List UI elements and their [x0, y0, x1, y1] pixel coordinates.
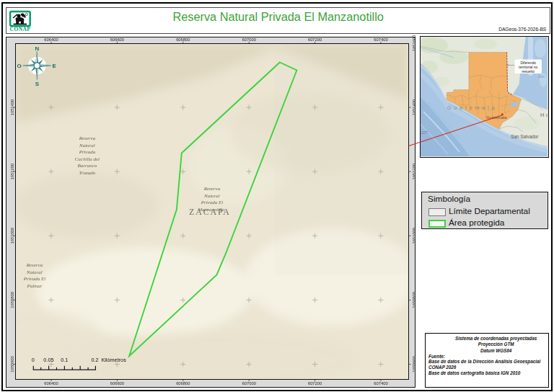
svg-text:Reserva: Reserva	[25, 262, 43, 268]
svg-text:Ho: Ho	[540, 112, 548, 119]
svg-text:0: 0	[31, 357, 34, 363]
svg-text:Reserva: Reserva	[78, 135, 95, 141]
svg-text:Privada El: Privada El	[200, 200, 223, 205]
svg-text:Natural: Natural	[26, 269, 43, 275]
svg-text:22T: 22T	[421, 130, 428, 135]
svg-text:Trozado: Trozado	[79, 169, 95, 175]
svg-text:Palmar: Palmar	[26, 282, 42, 288]
svg-text:Natural: Natural	[203, 192, 220, 198]
svg-text:Reserva: Reserva	[203, 186, 220, 192]
svg-text:Cuchilla del: Cuchilla del	[74, 156, 99, 161]
svg-text:resuelto: resuelto	[522, 70, 535, 74]
svg-text:S: S	[35, 81, 39, 87]
svg-text:0.2: 0.2	[91, 357, 98, 363]
svg-text:N: N	[35, 45, 39, 51]
svg-text:CONAP: CONAP	[9, 26, 30, 32]
svg-text:Barranco: Barranco	[77, 163, 97, 169]
svg-text:Privada: Privada	[78, 149, 95, 155]
svg-text:Kilómetros: Kilómetros	[101, 357, 126, 363]
svg-text:Guatemala: Guatemala	[486, 115, 507, 120]
svg-text:Natural: Natural	[79, 142, 95, 148]
svg-text:San Salvador: San Salvador	[511, 134, 539, 139]
svg-text:Hon: Hon	[538, 75, 545, 79]
svg-text:O: O	[17, 62, 21, 68]
svg-text:E: E	[52, 62, 56, 68]
svg-text:Guatemala: Guatemala	[447, 105, 497, 110]
svg-text:0.05: 0.05	[43, 357, 53, 363]
svg-text:0.1: 0.1	[61, 357, 68, 363]
svg-text:ZACAPA: ZACAPA	[189, 207, 231, 217]
svg-text:Privada El: Privada El	[22, 276, 45, 282]
